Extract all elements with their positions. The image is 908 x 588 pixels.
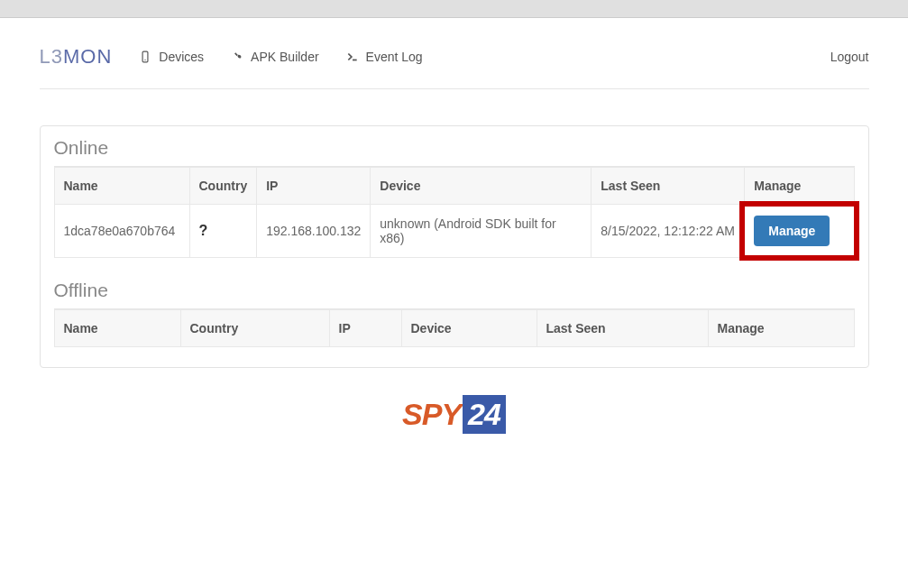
nav-apk-builder-label: APK Builder [251,50,318,64]
terminal-icon [346,51,359,63]
wrench-icon [231,51,243,63]
col-country: Country [189,168,257,205]
cell-country: ? [189,205,257,258]
offline-table: Name Country IP Device Last Seen Manage [54,309,855,347]
nav-event-log-label: Event Log [366,50,423,64]
logo: L3MON [40,45,113,69]
col-device: Device [371,168,592,205]
logo-part2: MON [63,45,112,68]
table-row: 1dca78e0a670b764 ? 192.168.100.132 unkno… [54,205,854,258]
online-title: Online [54,137,855,167]
cell-device: unknown (Android SDK built for x86) [371,205,592,258]
nav-devices-label: Devices [159,50,204,64]
nav-devices[interactable]: Devices [139,50,204,64]
col-ip: IP [329,310,401,347]
logo-part1: L3 [40,45,63,68]
cell-last-seen: 8/15/2022, 12:12:22 AM [592,205,745,258]
browser-topbar [0,0,908,18]
watermark-text2: 24 [463,395,506,434]
watermark-text1: SPY [402,397,461,432]
col-name: Name [54,310,180,347]
cell-ip: 192.168.100.132 [257,205,371,258]
col-manage: Manage [745,168,854,205]
offline-section: Offline Name Country IP Device Last Seen… [54,280,855,347]
col-device: Device [401,310,537,347]
col-manage: Manage [708,310,854,347]
question-icon: ? [199,223,208,238]
spy24-logo: SPY 24 [402,395,506,434]
col-country: Country [180,310,329,347]
header: L3MON Devices APK Builder Event Log Logo… [40,45,869,89]
col-last-seen: Last Seen [592,168,745,205]
watermark: SPY 24 [40,395,869,434]
offline-title: Offline [54,280,855,309]
online-table: Name Country IP Device Last Seen Manage … [54,167,855,258]
cell-manage: Manage [745,205,854,258]
svg-rect-0 [142,51,148,62]
phone-icon [139,51,151,63]
manage-button[interactable]: Manage [754,216,830,246]
nav-event-log[interactable]: Event Log [346,50,423,64]
nav: Devices APK Builder Event Log [139,50,830,64]
table-header-row: Name Country IP Device Last Seen Manage [54,310,854,347]
logout-link[interactable]: Logout [830,50,869,64]
devices-panel: Online Name Country IP Device Last Seen … [40,125,869,368]
col-last-seen: Last Seen [537,310,708,347]
col-name: Name [54,168,189,205]
col-ip: IP [257,168,371,205]
cell-name: 1dca78e0a670b764 [54,205,189,258]
nav-apk-builder[interactable]: APK Builder [231,50,318,64]
table-header-row: Name Country IP Device Last Seen Manage [54,168,854,205]
